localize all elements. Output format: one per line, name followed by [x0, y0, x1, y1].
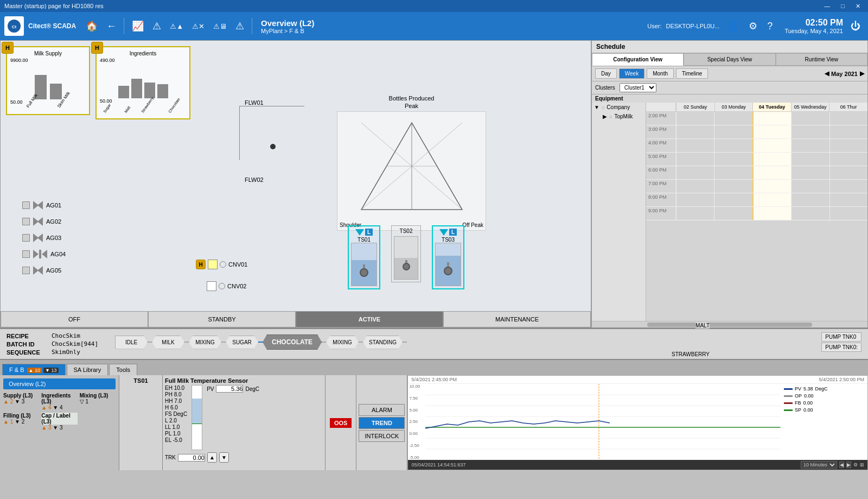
trk-input[interactable] — [178, 454, 205, 462]
schedule-cell-1-3[interactable] — [791, 125, 829, 138]
ag04-checkbox[interactable] — [22, 250, 30, 258]
trend-icon-2[interactable]: ⊞ — [860, 462, 864, 468]
schedule-cell-2-4[interactable] — [829, 139, 867, 152]
cluster-select[interactable]: Cluster1 — [620, 83, 656, 92]
tab-config-view[interactable]: Configuration View — [592, 53, 684, 66]
trend-btn[interactable]: TREND — [359, 417, 405, 429]
schedule-cell-5-4[interactable] — [829, 180, 867, 193]
schedule-cell-1-1[interactable] — [714, 125, 752, 138]
ag01-checkbox[interactable] — [22, 201, 30, 209]
schedule-cell-1-0[interactable] — [676, 125, 714, 138]
btab-sa-library[interactable]: SA Library — [67, 364, 108, 375]
schedule-cell-5-0[interactable] — [676, 180, 714, 193]
alarm-button[interactable]: ⚠ — [149, 18, 164, 34]
schedule-cell-4-4[interactable] — [829, 166, 867, 179]
supply-l3[interactable]: Supply (L3) ▲ 2 ▼ 3 — [3, 393, 39, 410]
schedule-cell-3-2[interactable] — [752, 153, 791, 166]
filling-l3[interactable]: Filling (L3) ▲ 1 ▼ 2 — [3, 413, 39, 431]
schedule-cell-0-1[interactable] — [714, 112, 752, 125]
alarm-interlock-btns[interactable]: ALARM TREND INTERLOCK — [356, 375, 407, 470]
trend-icon-1[interactable]: ⚙ — [853, 462, 858, 468]
status-tab-standby[interactable]: STANDBY — [148, 311, 296, 327]
status-tab-maintenance[interactable]: MAINTENANCE — [443, 311, 591, 327]
schedule-cell-7-1[interactable] — [714, 207, 752, 220]
schedule-cell-3-1[interactable] — [714, 153, 752, 166]
title-bar-controls[interactable]: — □ ✕ — [821, 3, 864, 10]
schedule-cell-7-0[interactable] — [676, 207, 714, 220]
help-icon[interactable]: ? — [764, 18, 776, 34]
user-icon[interactable]: 👤 — [724, 18, 742, 34]
pv-input[interactable] — [216, 385, 243, 393]
schedule-cell-6-4[interactable] — [829, 193, 867, 206]
schedule-cell-0-4[interactable] — [829, 112, 867, 125]
day-btn[interactable]: Day — [595, 68, 617, 79]
overview-l2-item[interactable]: Overview (L2) — [3, 378, 116, 389]
ag03-checkbox[interactable] — [22, 234, 30, 242]
status-tab-off[interactable]: OFF — [1, 311, 148, 327]
month-btn[interactable]: Month — [647, 68, 674, 79]
schedule-cell-7-4[interactable] — [829, 207, 867, 220]
cap-label-l3[interactable]: Cap / Label (L3) ▲ 3 ▼ 3 — [41, 413, 77, 431]
minimize-button[interactable]: — — [821, 3, 833, 10]
maximize-button[interactable]: □ — [838, 3, 848, 10]
home-button[interactable]: 🏠 — [82, 18, 101, 34]
schedule-cell-0-0[interactable] — [676, 112, 714, 125]
ag02-checkbox[interactable] — [22, 218, 30, 225]
tab-special-days[interactable]: Special Days View — [684, 53, 775, 66]
schedule-cell-3-4[interactable] — [829, 153, 867, 166]
schedule-cell-7-3[interactable] — [791, 207, 829, 220]
tab-runtime-view[interactable]: Runtime View — [776, 53, 867, 66]
next-month-btn[interactable]: ▶ — [860, 70, 864, 77]
schedule-cell-2-2[interactable] — [752, 139, 791, 152]
btab-fb[interactable]: F & B ▲ 10 ▼ 13 — [2, 364, 66, 375]
power-icon[interactable]: ⏻ — [847, 18, 864, 34]
trend-nav-right[interactable]: ▶ — [846, 462, 851, 468]
schedule-cell-4-3[interactable] — [791, 166, 829, 179]
schedule-cell-2-1[interactable] — [714, 139, 752, 152]
schedule-cell-2-3[interactable] — [791, 139, 829, 152]
schedule-cell-5-1[interactable] — [714, 180, 752, 193]
user-icons[interactable]: 👤 ⚙ ? — [724, 18, 776, 34]
scrollbar-thumb[interactable] — [647, 323, 813, 327]
alarm-high-button[interactable]: ⚠▲ — [167, 20, 187, 33]
schedule-cell-0-2[interactable] — [752, 112, 791, 125]
schedule-cell-3-3[interactable] — [791, 153, 829, 166]
schedule-cell-6-3[interactable] — [791, 193, 829, 206]
schedule-time-controls[interactable]: Day Week Month Timeline ◀ May 2021 ▶ — [592, 66, 867, 81]
week-btn[interactable]: Week — [619, 68, 644, 79]
settings-icon[interactable]: ⚙ — [745, 18, 761, 34]
close-button[interactable]: ✕ — [852, 3, 864, 10]
alarm-screen-button[interactable]: ⚠🖥 — [210, 20, 230, 33]
schedule-cell-6-2[interactable] — [752, 193, 791, 206]
alarm-x-button[interactable]: ⚠✕ — [189, 20, 208, 33]
interlock-btn[interactable]: INTERLOCK — [359, 430, 405, 442]
status-tab-active[interactable]: ACTIVE — [296, 311, 443, 327]
schedule-cell-4-0[interactable] — [676, 166, 714, 179]
schedule-cell-0-3[interactable] — [791, 112, 829, 125]
tree-topmilk[interactable]: ▶ ○ TopMilk — [601, 112, 646, 121]
trk-down-btn[interactable]: ▼ — [219, 452, 229, 463]
prev-month-btn[interactable]: ◀ — [825, 70, 829, 77]
trk-up-btn[interactable]: ▲ — [207, 452, 217, 463]
schedule-cell-1-4[interactable] — [829, 125, 867, 138]
back-button[interactable]: ← — [103, 18, 119, 34]
timeline-btn[interactable]: Timeline — [676, 68, 708, 79]
trend-interval-select[interactable]: 10 Minutes — [801, 461, 837, 469]
schedule-cell-6-0[interactable] — [676, 193, 714, 206]
schedule-cell-7-2[interactable] — [752, 207, 791, 220]
tree-company[interactable]: ▼ ○ Company — [592, 103, 646, 112]
trend-button[interactable]: 📈 — [129, 18, 147, 34]
mixing-l3[interactable]: Mixing (L3) ▽ 1 — [80, 393, 116, 410]
schedule-cell-4-2[interactable] — [752, 166, 791, 179]
alarm-btn[interactable]: ALARM — [359, 404, 405, 416]
schedule-cell-4-1[interactable] — [714, 166, 752, 179]
trend-nav-left[interactable]: ◀ — [839, 462, 844, 468]
trend-time-select[interactable]: 10 Minutes ◀ ▶ ⚙ ⊞ — [801, 461, 864, 469]
schedule-cell-2-0[interactable] — [676, 139, 714, 152]
schedule-tabs[interactable]: Configuration View Special Days View Run… — [592, 53, 867, 66]
schedule-cell-6-1[interactable] — [714, 193, 752, 206]
schedule-cell-1-2[interactable] — [752, 125, 791, 138]
ingredients-l3[interactable]: Ingredients (L3) ▲ 4 ▼ 4 — [41, 393, 77, 410]
alarm-notify-button[interactable]: ⚠ — [232, 18, 247, 34]
schedule-cell-5-3[interactable] — [791, 180, 829, 193]
